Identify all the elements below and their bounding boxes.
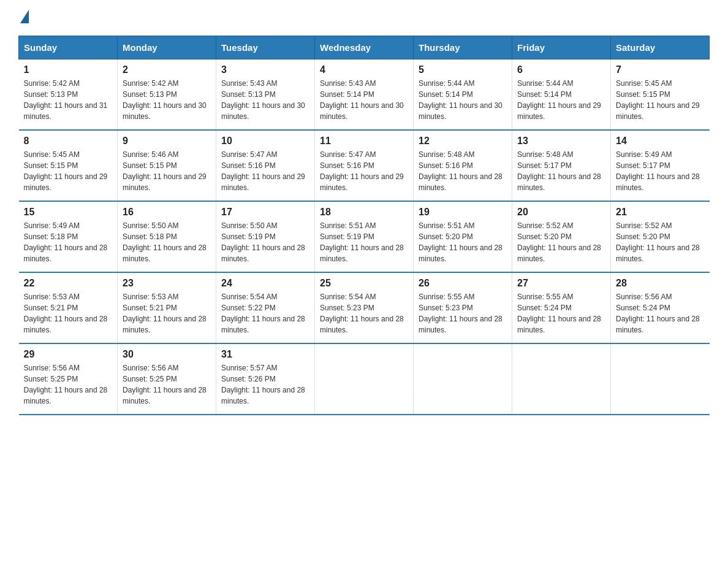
day-info: Sunrise: 5:51 AM Sunset: 5:20 PM Dayligh… xyxy=(419,220,507,264)
header-day-saturday: Saturday xyxy=(611,36,710,59)
day-number: 5 xyxy=(419,64,507,75)
day-number: 4 xyxy=(320,64,408,75)
day-info: Sunrise: 5:49 AM Sunset: 5:18 PM Dayligh… xyxy=(24,220,113,264)
day-number: 25 xyxy=(320,278,408,289)
calendar-cell: 15 Sunrise: 5:49 AM Sunset: 5:18 PM Dayl… xyxy=(19,201,118,272)
day-info: Sunrise: 5:44 AM Sunset: 5:14 PM Dayligh… xyxy=(419,78,507,122)
calendar-cell: 2 Sunrise: 5:42 AM Sunset: 5:13 PM Dayli… xyxy=(118,59,216,131)
day-info: Sunrise: 5:42 AM Sunset: 5:13 PM Dayligh… xyxy=(123,78,211,122)
day-info: Sunrise: 5:48 AM Sunset: 5:16 PM Dayligh… xyxy=(419,149,507,193)
calendar-cell: 11 Sunrise: 5:47 AM Sunset: 5:16 PM Dayl… xyxy=(315,130,414,201)
calendar-cell: 21 Sunrise: 5:52 AM Sunset: 5:20 PM Dayl… xyxy=(611,201,710,272)
day-number: 10 xyxy=(221,136,309,147)
day-number: 2 xyxy=(123,64,211,75)
calendar-week-1: 1 Sunrise: 5:42 AM Sunset: 5:13 PM Dayli… xyxy=(19,59,710,131)
day-info: Sunrise: 5:43 AM Sunset: 5:14 PM Dayligh… xyxy=(320,78,408,122)
calendar-cell: 20 Sunrise: 5:52 AM Sunset: 5:20 PM Dayl… xyxy=(512,201,611,272)
day-number: 22 xyxy=(24,278,113,289)
calendar-cell xyxy=(414,343,512,415)
day-info: Sunrise: 5:52 AM Sunset: 5:20 PM Dayligh… xyxy=(517,220,605,264)
calendar-cell: 6 Sunrise: 5:44 AM Sunset: 5:14 PM Dayli… xyxy=(512,59,611,131)
calendar-cell: 27 Sunrise: 5:55 AM Sunset: 5:24 PM Dayl… xyxy=(512,272,611,343)
logo xyxy=(18,12,29,23)
day-info: Sunrise: 5:55 AM Sunset: 5:24 PM Dayligh… xyxy=(517,291,605,335)
day-info: Sunrise: 5:47 AM Sunset: 5:16 PM Dayligh… xyxy=(320,149,408,193)
header-day-monday: Monday xyxy=(118,36,216,59)
day-info: Sunrise: 5:56 AM Sunset: 5:25 PM Dayligh… xyxy=(123,362,211,407)
day-number: 1 xyxy=(24,64,113,75)
calendar-cell: 28 Sunrise: 5:56 AM Sunset: 5:24 PM Dayl… xyxy=(611,272,710,343)
day-info: Sunrise: 5:49 AM Sunset: 5:17 PM Dayligh… xyxy=(616,149,705,193)
day-info: Sunrise: 5:51 AM Sunset: 5:19 PM Dayligh… xyxy=(320,220,408,264)
calendar-cell: 5 Sunrise: 5:44 AM Sunset: 5:14 PM Dayli… xyxy=(414,59,512,131)
calendar-cell: 3 Sunrise: 5:43 AM Sunset: 5:13 PM Dayli… xyxy=(216,59,315,131)
calendar-cell: 29 Sunrise: 5:56 AM Sunset: 5:25 PM Dayl… xyxy=(19,343,118,415)
day-number: 27 xyxy=(517,278,605,289)
day-number: 29 xyxy=(24,349,113,360)
page-header xyxy=(18,12,710,23)
day-info: Sunrise: 5:45 AM Sunset: 5:15 PM Dayligh… xyxy=(616,78,705,122)
day-number: 11 xyxy=(320,136,408,147)
header-day-friday: Friday xyxy=(512,36,611,59)
day-number: 30 xyxy=(123,349,211,360)
calendar-cell: 18 Sunrise: 5:51 AM Sunset: 5:19 PM Dayl… xyxy=(315,201,414,272)
header-day-thursday: Thursday xyxy=(414,36,512,59)
header-day-sunday: Sunday xyxy=(19,36,118,59)
day-number: 19 xyxy=(419,207,507,218)
day-info: Sunrise: 5:50 AM Sunset: 5:18 PM Dayligh… xyxy=(123,220,211,264)
calendar-cell: 19 Sunrise: 5:51 AM Sunset: 5:20 PM Dayl… xyxy=(414,201,512,272)
day-info: Sunrise: 5:56 AM Sunset: 5:24 PM Dayligh… xyxy=(616,291,705,335)
calendar-cell: 31 Sunrise: 5:57 AM Sunset: 5:26 PM Dayl… xyxy=(216,343,315,415)
day-info: Sunrise: 5:52 AM Sunset: 5:20 PM Dayligh… xyxy=(616,220,705,264)
calendar-header-row: SundayMondayTuesdayWednesdayThursdayFrid… xyxy=(19,36,710,59)
day-number: 15 xyxy=(24,207,113,218)
day-number: 13 xyxy=(517,136,605,147)
day-number: 6 xyxy=(517,64,605,75)
header-day-tuesday: Tuesday xyxy=(216,36,315,59)
calendar-cell: 26 Sunrise: 5:55 AM Sunset: 5:23 PM Dayl… xyxy=(414,272,512,343)
header-day-wednesday: Wednesday xyxy=(315,36,414,59)
day-info: Sunrise: 5:46 AM Sunset: 5:15 PM Dayligh… xyxy=(123,149,211,193)
day-number: 28 xyxy=(616,278,705,289)
day-number: 31 xyxy=(221,349,309,360)
day-number: 14 xyxy=(616,136,705,147)
day-number: 24 xyxy=(221,278,309,289)
calendar-cell: 17 Sunrise: 5:50 AM Sunset: 5:19 PM Dayl… xyxy=(216,201,315,272)
calendar-cell: 9 Sunrise: 5:46 AM Sunset: 5:15 PM Dayli… xyxy=(118,130,216,201)
day-number: 26 xyxy=(419,278,507,289)
calendar-cell: 7 Sunrise: 5:45 AM Sunset: 5:15 PM Dayli… xyxy=(611,59,710,131)
day-info: Sunrise: 5:45 AM Sunset: 5:15 PM Dayligh… xyxy=(24,149,113,193)
calendar-cell: 13 Sunrise: 5:48 AM Sunset: 5:17 PM Dayl… xyxy=(512,130,611,201)
day-info: Sunrise: 5:50 AM Sunset: 5:19 PM Dayligh… xyxy=(221,220,309,264)
day-number: 8 xyxy=(24,136,113,147)
calendar-cell: 10 Sunrise: 5:47 AM Sunset: 5:16 PM Dayl… xyxy=(216,130,315,201)
day-info: Sunrise: 5:54 AM Sunset: 5:22 PM Dayligh… xyxy=(221,291,309,335)
day-info: Sunrise: 5:44 AM Sunset: 5:14 PM Dayligh… xyxy=(517,78,605,122)
calendar-cell: 25 Sunrise: 5:54 AM Sunset: 5:23 PM Dayl… xyxy=(315,272,414,343)
calendar-week-5: 29 Sunrise: 5:56 AM Sunset: 5:25 PM Dayl… xyxy=(19,343,710,415)
day-info: Sunrise: 5:48 AM Sunset: 5:17 PM Dayligh… xyxy=(517,149,605,193)
day-number: 3 xyxy=(221,64,309,75)
day-info: Sunrise: 5:53 AM Sunset: 5:21 PM Dayligh… xyxy=(123,291,211,335)
day-info: Sunrise: 5:57 AM Sunset: 5:26 PM Dayligh… xyxy=(221,362,309,407)
calendar-cell xyxy=(512,343,611,415)
calendar-week-4: 22 Sunrise: 5:53 AM Sunset: 5:21 PM Dayl… xyxy=(19,272,710,343)
calendar-cell: 30 Sunrise: 5:56 AM Sunset: 5:25 PM Dayl… xyxy=(118,343,216,415)
day-number: 23 xyxy=(123,278,211,289)
calendar-week-3: 15 Sunrise: 5:49 AM Sunset: 5:18 PM Dayl… xyxy=(19,201,710,272)
day-number: 16 xyxy=(123,207,211,218)
day-number: 12 xyxy=(419,136,507,147)
day-number: 7 xyxy=(616,64,705,75)
day-number: 17 xyxy=(221,207,309,218)
day-number: 18 xyxy=(320,207,408,218)
calendar-cell: 4 Sunrise: 5:43 AM Sunset: 5:14 PM Dayli… xyxy=(315,59,414,131)
calendar-cell: 12 Sunrise: 5:48 AM Sunset: 5:16 PM Dayl… xyxy=(414,130,512,201)
calendar-week-2: 8 Sunrise: 5:45 AM Sunset: 5:15 PM Dayli… xyxy=(19,130,710,201)
day-info: Sunrise: 5:56 AM Sunset: 5:25 PM Dayligh… xyxy=(24,362,113,407)
calendar-cell: 24 Sunrise: 5:54 AM Sunset: 5:22 PM Dayl… xyxy=(216,272,315,343)
calendar-cell xyxy=(315,343,414,415)
calendar-table: SundayMondayTuesdayWednesdayThursdayFrid… xyxy=(18,36,710,415)
day-number: 20 xyxy=(517,207,605,218)
calendar-cell: 22 Sunrise: 5:53 AM Sunset: 5:21 PM Dayl… xyxy=(19,272,118,343)
day-number: 21 xyxy=(616,207,705,218)
